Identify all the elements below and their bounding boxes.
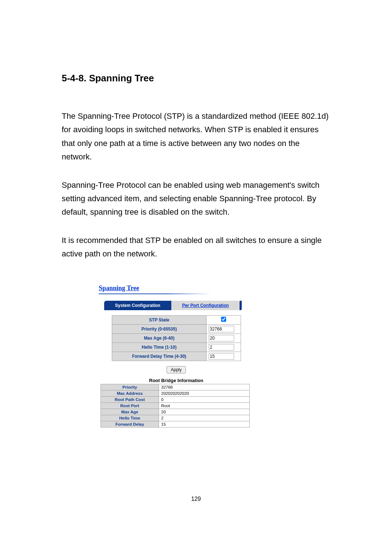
apply-button-wrap: Apply (112, 366, 241, 373)
paragraph-1: The Spanning-Tree Protocol (STP) is a st… (62, 109, 330, 164)
info-fwddelay-label: Forward Delay (101, 421, 159, 427)
info-maxage-value: 20 (159, 409, 250, 415)
info-rootcost-value: 0 (159, 396, 250, 402)
info-priority-value: 32768 (159, 384, 250, 390)
table-row: STP State (112, 315, 241, 324)
tab-per-port-configuration[interactable]: Per Port Configuration (171, 301, 240, 310)
root-bridge-info-table: Priority 32768 Mac Address 202020202020 … (101, 384, 250, 428)
table-row: Mac Address 202020202020 (101, 390, 250, 396)
info-rootport-value: Root (159, 402, 250, 409)
info-mac-label: Mac Address (101, 390, 159, 396)
table-row: Max Age 20 (101, 409, 250, 415)
forward-delay-label: Forward Delay Time (4-30) (112, 352, 207, 361)
tabs: System Configuration Per Port Configurat… (104, 301, 327, 310)
priority-input[interactable] (209, 326, 234, 332)
table-row: Root Port Root (101, 402, 250, 409)
max-age-input[interactable] (209, 335, 234, 341)
max-age-cell (207, 333, 241, 343)
info-hellotime-label: Hello Time (101, 415, 159, 421)
paragraph-3: It is recommended that STP be enabled on… (62, 234, 330, 261)
forward-delay-input[interactable] (209, 353, 234, 360)
priority-label: Priority (0-65535) (112, 324, 207, 333)
table-row: Priority (0-65535) (112, 324, 241, 333)
section-heading: 5-4-8. Spanning Tree (62, 73, 330, 84)
info-fwddelay-value: 15 (159, 421, 250, 427)
hello-time-input[interactable] (209, 344, 234, 351)
hello-time-label: Hello Time (1-10) (112, 343, 207, 352)
max-age-label: Max Age (6-40) (112, 333, 207, 343)
root-bridge-info-title: Root Bridge Information (112, 378, 241, 383)
apply-button[interactable]: Apply (167, 366, 185, 373)
info-rootport-label: Root Port (101, 402, 159, 409)
stp-state-cell (207, 315, 241, 324)
title-underline (99, 293, 211, 294)
forward-delay-cell (207, 352, 241, 361)
priority-cell (207, 324, 241, 333)
tab-system-configuration[interactable]: System Configuration (104, 301, 171, 310)
table-row: Hello Time 2 (101, 415, 250, 421)
stp-state-label: STP State (112, 315, 207, 324)
info-hellotime-value: 2 (159, 415, 250, 421)
info-mac-value: 202020202020 (159, 390, 250, 396)
table-row: Max Age (6-40) (112, 333, 241, 343)
info-priority-label: Priority (101, 384, 159, 390)
config-table: STP State Priority (0-65535) Max Age (6-… (112, 315, 241, 361)
table-row: Forward Delay Time (4-30) (112, 352, 241, 361)
table-row: Root Path Cost 0 (101, 396, 250, 402)
table-row: Priority 32768 (101, 384, 250, 390)
info-rootcost-label: Root Path Cost (101, 396, 159, 402)
spanning-tree-screenshot: Spanning Tree System Configuration Per P… (52, 283, 327, 429)
hello-time-cell (207, 343, 241, 352)
page-number: 129 (0, 496, 392, 502)
table-row: Forward Delay 15 (101, 421, 250, 427)
info-maxage-label: Max Age (101, 409, 159, 415)
table-row: Hello Time (1-10) (112, 343, 241, 352)
panel-title: Spanning Tree (99, 284, 327, 292)
paragraph-2: Spanning-Tree Protocol can be enabled us… (62, 178, 330, 219)
stp-state-checkbox[interactable] (221, 317, 226, 322)
